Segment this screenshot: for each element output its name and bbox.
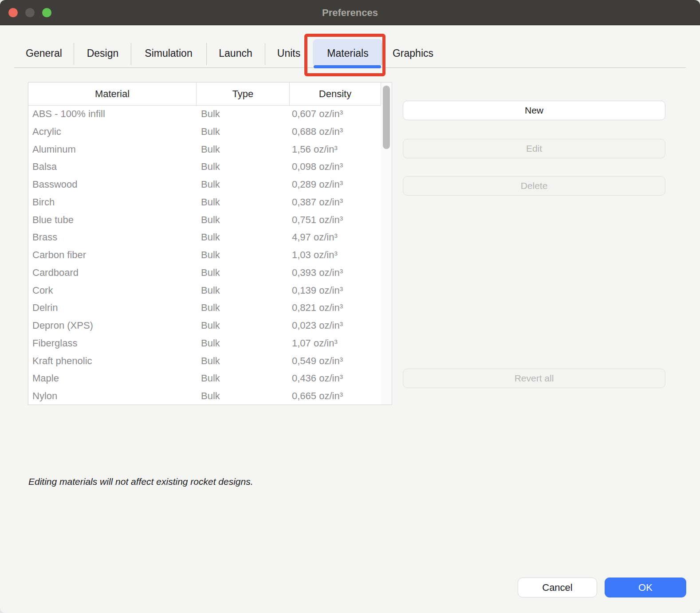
type-cell: Bulk [196,105,289,123]
type-cell: Bulk [196,387,289,405]
type-cell: Bulk [196,176,289,193]
material-cell: Depron (XPS) [28,317,196,334]
type-cell: Bulk [196,123,289,141]
density-cell: 0,436 oz/in³ [289,369,381,387]
material-cell: Cardboard [28,264,196,282]
density-cell: 1,07 oz/in³ [289,334,381,352]
tab-materials[interactable]: Materials [313,40,383,67]
density-cell: 0,751 oz/in³ [289,211,381,229]
material-cell: Acrylic [28,123,196,141]
table-row[interactable]: Cork Bulk 0,139 oz/in³ [28,282,392,299]
type-cell: Bulk [196,246,289,264]
material-cell: ABS - 100% infill [28,105,196,123]
density-cell: 4,97 oz/in³ [289,228,381,246]
table-row[interactable]: Delrin Bulk 0,821 oz/in³ [28,299,392,317]
cancel-button[interactable]: Cancel [518,578,597,597]
revert-all-button[interactable]: Revert all [403,369,665,388]
material-cell: Cork [28,282,196,299]
preferences-window: Preferences General Design Simulation La… [0,0,700,613]
type-cell: Bulk [196,158,289,176]
material-cell: Balsa [28,158,196,176]
tab-simulation[interactable]: Simulation [131,40,206,67]
table-row[interactable]: Fiberglass Bulk 1,07 oz/in³ [28,334,392,352]
material-cell: Aluminum [28,141,196,158]
materials-table-header: Material Type Density [28,83,392,105]
density-cell: 0,023 oz/in³ [289,317,381,334]
table-row[interactable]: Blue tube Bulk 0,751 oz/in³ [28,211,392,229]
density-cell: 0,607 oz/in³ [289,105,381,123]
ok-button[interactable]: OK [605,578,686,597]
type-cell: Bulk [196,369,289,387]
material-cell: Basswood [28,176,196,193]
density-cell: 0,393 oz/in³ [289,264,381,282]
type-cell: Bulk [196,228,289,246]
table-row[interactable]: Cardboard Bulk 0,393 oz/in³ [28,264,392,282]
tab-launch[interactable]: Launch [207,40,264,67]
window-title: Preferences [0,0,700,25]
material-cell: Maple [28,369,196,387]
type-cell: Bulk [196,334,289,352]
material-cell: Delrin [28,299,196,317]
tab-divider [74,43,74,65]
type-cell: Bulk [196,264,289,282]
table-row[interactable]: Nylon Bulk 0,665 oz/in³ [28,387,392,405]
table-row[interactable]: Aluminum Bulk 1,56 oz/in³ [28,141,392,158]
table-row[interactable]: Depron (XPS) Bulk 0,023 oz/in³ [28,317,392,334]
material-cell: Nylon [28,387,196,405]
type-cell: Bulk [196,141,289,158]
density-cell: 0,098 oz/in³ [289,158,381,176]
tab-graphics[interactable]: Graphics [383,40,443,67]
material-cell: Fiberglass [28,334,196,352]
density-cell: 1,03 oz/in³ [289,246,381,264]
edit-button[interactable]: Edit [403,139,665,158]
type-cell: Bulk [196,352,289,370]
table-row[interactable]: Acrylic Bulk 0,688 oz/in³ [28,123,392,141]
materials-note: Editing materials will not affect existi… [28,476,253,487]
material-cell: Blue tube [28,211,196,229]
density-cell: 0,139 oz/in³ [289,282,381,299]
materials-table: Material Type Density ABS - 100% infill … [28,82,392,405]
tab-design[interactable]: Design [75,40,131,67]
column-header-density[interactable]: Density [289,83,381,106]
selected-tab-underline [314,65,381,68]
new-button[interactable]: New [403,101,665,120]
tab-units[interactable]: Units [265,40,312,67]
scrollbar-track[interactable] [381,83,392,405]
material-cell: Brass [28,228,196,246]
material-cell: Birch [28,193,196,211]
density-cell: 0,549 oz/in³ [289,352,381,370]
table-row[interactable]: Maple Bulk 0,436 oz/in³ [28,369,392,387]
type-cell: Bulk [196,299,289,317]
type-cell: Bulk [196,193,289,211]
scrollbar-thumb[interactable] [383,86,390,149]
table-row[interactable]: Brass Bulk 4,97 oz/in³ [28,228,392,246]
column-header-type[interactable]: Type [196,83,289,106]
table-row[interactable]: Kraft phenolic Bulk 0,549 oz/in³ [28,352,392,370]
materials-table-body: ABS - 100% infill Bulk 0,607 oz/in³ Acry… [28,105,392,405]
type-cell: Bulk [196,282,289,299]
density-cell: 0,688 oz/in³ [289,123,381,141]
table-row[interactable]: ABS - 100% infill Bulk 0,607 oz/in³ [28,105,392,123]
density-cell: 0,821 oz/in³ [289,299,381,317]
density-cell: 1,56 oz/in³ [289,141,381,158]
table-row[interactable]: Balsa Bulk 0,098 oz/in³ [28,158,392,176]
table-row[interactable]: Birch Bulk 0,387 oz/in³ [28,193,392,211]
column-header-material[interactable]: Material [28,83,196,106]
density-cell: 0,665 oz/in³ [289,387,381,405]
density-cell: 0,387 oz/in³ [289,193,381,211]
table-row[interactable]: Basswood Bulk 0,289 oz/in³ [28,176,392,193]
density-cell: 0,289 oz/in³ [289,176,381,193]
material-cell: Carbon fiber [28,246,196,264]
tab-general[interactable]: General [14,40,74,67]
table-row[interactable]: Carbon fiber Bulk 1,03 oz/in³ [28,246,392,264]
delete-button[interactable]: Delete [403,176,665,196]
type-cell: Bulk [196,211,289,229]
material-cell: Kraft phenolic [28,352,196,370]
titlebar: Preferences [0,0,700,25]
type-cell: Bulk [196,317,289,334]
